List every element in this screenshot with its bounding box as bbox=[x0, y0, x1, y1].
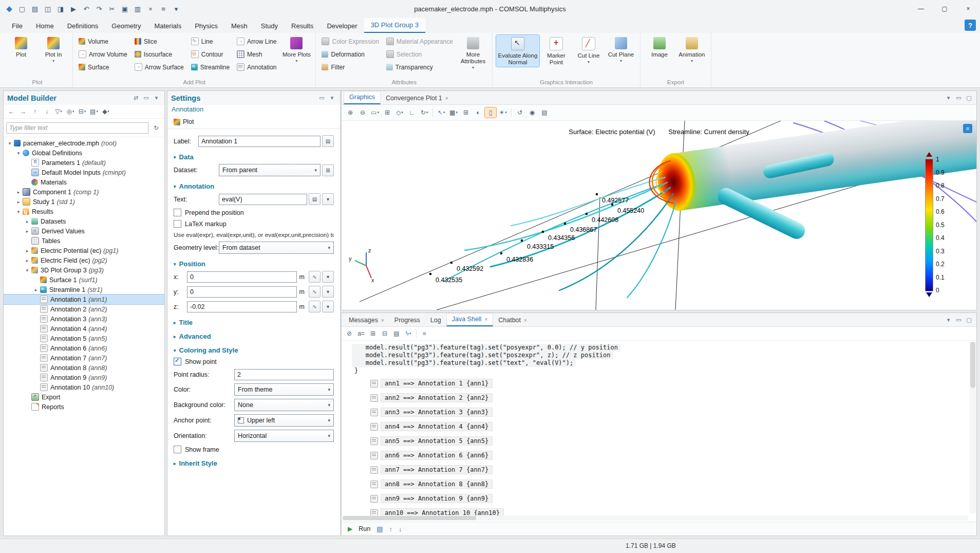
tree-item[interactable]: Materials bbox=[4, 177, 164, 187]
clear-shell-icon[interactable]: ⊘ bbox=[344, 328, 355, 339]
help-icon[interactable]: ? bbox=[965, 20, 976, 31]
range-button[interactable]: ∿ bbox=[309, 286, 321, 298]
open-file-icon[interactable]: ▤ bbox=[29, 3, 41, 15]
tree-item[interactable]: ▾Global Definitions bbox=[4, 148, 164, 158]
dataset-actions-button[interactable]: ⊞ bbox=[322, 164, 334, 176]
float-panel-icon[interactable]: ▭ bbox=[317, 94, 326, 102]
tree-item[interactable]: Export bbox=[4, 392, 164, 402]
go-to-default-view-icon[interactable]: ◇▾ bbox=[394, 107, 405, 118]
streamline-button[interactable]: Streamline bbox=[189, 63, 233, 72]
range-button[interactable]: ∿ bbox=[309, 301, 321, 312]
tree-item[interactable]: Annotation 4(ann4) bbox=[4, 324, 164, 334]
evaluate-along-normal-button[interactable]: Evaluate Along Normal bbox=[496, 35, 539, 67]
move-up-icon[interactable]: ↑ bbox=[29, 106, 41, 117]
refresh-icon[interactable]: ↻ bbox=[150, 123, 162, 133]
collapse-arrow-icon[interactable]: ▾ bbox=[15, 151, 22, 156]
color-expression-button[interactable]: Color Expression bbox=[319, 36, 382, 46]
label-input[interactable] bbox=[198, 136, 321, 147]
ribbon-tab-study[interactable]: Study bbox=[254, 19, 285, 33]
cut-icon[interactable]: ✂ bbox=[106, 3, 118, 15]
plot-dataset-edges-icon[interactable]: ▯ bbox=[485, 107, 496, 118]
plot-in-button[interactable]: Plot In ▾ bbox=[38, 35, 69, 64]
update-plot-icon[interactable]: ↺ bbox=[514, 107, 525, 118]
maximize-button[interactable]: ▢ bbox=[933, 0, 956, 17]
measure-icon[interactable]: ∟ bbox=[406, 107, 418, 118]
expand-arrow-icon[interactable]: ▸ bbox=[24, 258, 30, 263]
zoom-extents-icon[interactable]: ⊞ bbox=[382, 107, 393, 118]
tree-item[interactable]: Annotation 1(ann1) bbox=[4, 294, 164, 304]
latex-markup-row[interactable]: LaTeX markup bbox=[174, 220, 334, 228]
section-position[interactable]: ▾ Position bbox=[174, 260, 334, 268]
ribbon-tab-developer[interactable]: Developer bbox=[320, 19, 364, 33]
surface-button[interactable]: Surface bbox=[77, 63, 130, 72]
tab-chatbot[interactable]: Chatbot× bbox=[493, 315, 532, 326]
save-icon[interactable]: ◫ bbox=[42, 3, 54, 15]
scrollbar-thumb[interactable] bbox=[970, 342, 975, 388]
section-data[interactable]: ▾ Data bbox=[174, 153, 334, 161]
collapse-all-icon[interactable]: ⊟ bbox=[379, 328, 390, 339]
tab-graphics[interactable]: Graphics bbox=[344, 91, 381, 104]
deformation-button[interactable]: Deformation bbox=[319, 50, 382, 59]
filter-button[interactable]: Filter bbox=[319, 63, 382, 72]
plot-button[interactable]: Plot bbox=[6, 35, 36, 59]
close-icon[interactable]: × bbox=[484, 314, 487, 325]
tree-item[interactable]: Annotation 2(ann2) bbox=[4, 304, 164, 314]
y-input[interactable] bbox=[187, 286, 297, 298]
float-panel-icon[interactable]: ▭ bbox=[954, 316, 963, 324]
ribbon-tab-mesh[interactable]: Mesh bbox=[224, 19, 254, 33]
switch-panel-icon[interactable]: ⇄ bbox=[131, 94, 140, 102]
java-shell[interactable]: model.result("pg3").feature(tag).set("po… bbox=[342, 341, 976, 522]
tab-log[interactable]: Log bbox=[425, 315, 446, 326]
show-point-checkbox[interactable] bbox=[174, 358, 181, 365]
material-appearance-button[interactable]: Material Appearance bbox=[384, 36, 456, 46]
tree-item[interactable]: ▸Component 1(comp 1) bbox=[4, 187, 164, 197]
scrollbar-thumb[interactable] bbox=[343, 516, 476, 520]
expression-dropdown-button[interactable]: ▾ bbox=[322, 286, 334, 298]
move-down-icon[interactable]: ↓ bbox=[41, 106, 52, 117]
vertical-scrollbar[interactable] bbox=[970, 342, 976, 513]
collapse-arrow-icon[interactable]: ▾ bbox=[7, 141, 13, 146]
x-input[interactable] bbox=[187, 271, 297, 283]
section-coloring-and-style[interactable]: ▾ Coloring and Style bbox=[174, 346, 334, 354]
section-title[interactable]: ▸ Title bbox=[174, 319, 334, 326]
go-to-icon[interactable]: ◆▾ bbox=[100, 106, 111, 117]
graphics-canvas[interactable]: Surface: Electric potential (V) Streamli… bbox=[342, 121, 976, 310]
panel-menu-icon[interactable]: ▾ bbox=[152, 94, 161, 102]
expand-arrow-icon[interactable]: ▸ bbox=[33, 287, 39, 292]
ribbon-tab-physics[interactable]: Physics bbox=[188, 19, 224, 33]
tab-java-shell[interactable]: Java Shell× bbox=[446, 313, 494, 326]
copy-icon[interactable]: ▣ bbox=[119, 3, 131, 15]
run-button[interactable]: Run bbox=[359, 525, 370, 532]
maximize-panel-icon[interactable]: ▢ bbox=[965, 316, 973, 324]
console-input-icon[interactable]: ▤ bbox=[376, 525, 383, 533]
show-point-row[interactable]: Show point bbox=[174, 358, 334, 365]
ribbon-tab-home[interactable]: Home bbox=[29, 19, 61, 33]
scene-settings-icon[interactable]: ▦▾ bbox=[448, 107, 459, 118]
ribbon-tab-3d-plot-group-3[interactable]: 3D Plot Group 3 bbox=[364, 18, 425, 33]
tree-item[interactable]: Annotation 6(ann6) bbox=[4, 343, 164, 353]
filter-icon[interactable]: ▽▾ bbox=[53, 106, 64, 117]
tab-messages[interactable]: Messages× bbox=[344, 315, 389, 326]
range-button[interactable]: ∿ bbox=[309, 271, 321, 283]
minimize-button[interactable]: — bbox=[909, 0, 933, 17]
ribbon-tab-geometry[interactable]: Geometry bbox=[105, 19, 147, 33]
forward-icon[interactable]: → bbox=[17, 106, 29, 117]
isosurface-button[interactable]: Isosurface bbox=[133, 50, 187, 59]
tree-item[interactable]: ▸Electric Potential (ec)(pg1) bbox=[4, 246, 164, 255]
tree-item[interactable]: ▾Results bbox=[4, 207, 164, 216]
selection-button[interactable]: Selection bbox=[384, 49, 456, 59]
tree-item[interactable]: Surface 1(surf1) bbox=[4, 275, 164, 285]
horizontal-scrollbar[interactable] bbox=[343, 515, 968, 521]
tree-item[interactable]: ▸Derived Values bbox=[4, 226, 164, 236]
float-panel-icon[interactable]: ▭ bbox=[142, 94, 150, 102]
zoom-box-icon[interactable]: ▭▾ bbox=[369, 107, 381, 118]
tree-item[interactable]: ▸Datasets bbox=[4, 216, 164, 226]
tree-item[interactable]: ▸Streamline 1(str1) bbox=[4, 285, 164, 294]
rename-button[interactable]: ▤ bbox=[322, 135, 334, 147]
ribbon-tab-definitions[interactable]: Definitions bbox=[61, 19, 105, 33]
float-panel-icon[interactable]: ▭ bbox=[954, 94, 963, 102]
cut-line-button[interactable]: Cut Line ▾ bbox=[573, 35, 604, 65]
tree-item[interactable]: ▾pacemaker_electrode.mph(root) bbox=[4, 138, 164, 148]
transparency-icon[interactable]: ◐ bbox=[473, 107, 484, 118]
section-annotation[interactable]: ▾ Annotation bbox=[174, 182, 334, 190]
